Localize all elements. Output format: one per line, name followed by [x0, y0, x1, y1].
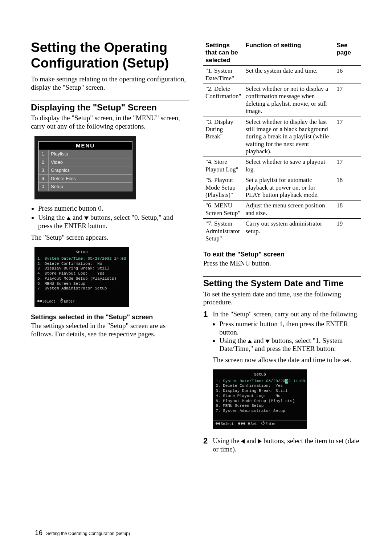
setup-screenshot: Setup 1. System Date/Time: 05/28/2002 14… — [34, 247, 129, 307]
setup-line: 2. Delete Confirmation: Yes — [216, 384, 304, 389]
page-intro: To make settings relating to the operati… — [31, 75, 189, 92]
setup-line: 6. MENU Screen Setup — [37, 281, 126, 287]
menu-item-label: Delete Files — [49, 175, 132, 183]
table-row: "3. Display During Break"Select whether … — [203, 117, 361, 157]
setup-line: 3. Display During Break: Still — [37, 266, 126, 271]
page-footer: 16 Setting the Operating Configuration (… — [31, 528, 130, 536]
settings-selected-heading: Settings selected in the "Setup" screen — [31, 313, 189, 321]
menu-item-num: 4. — [39, 175, 49, 183]
table-row: "2. Delete Confirmation"Select whether o… — [203, 84, 361, 117]
setup-line: 7. System Administrator Setup — [216, 409, 304, 414]
table-row: "7. System Administrator Setup"Carry out… — [203, 219, 361, 244]
setup-line: 4. Store Playout Log: No — [216, 394, 304, 399]
down-icon — [84, 216, 89, 220]
setup-line: 1. System Date/Time: 05/28/2002 14:03 — [37, 256, 126, 262]
display-setup-lead: To display the "Setup" screen, in the "M… — [31, 114, 189, 131]
step-number: 1 — [203, 310, 208, 434]
menu-item-label: Playlists — [49, 150, 132, 158]
setup-screen-appears: The "Setup" screen appears. — [31, 234, 189, 242]
table-header: Settings that can be selected — [203, 40, 244, 66]
step-1: 1 In the "Setup" screen, carry out any o… — [203, 310, 361, 434]
setup-screenshot-footer: Select -Set Enter — [213, 420, 307, 428]
left-icon — [241, 439, 245, 443]
setup-line: 3. Display During Break: Still — [216, 389, 304, 394]
menu-item-label: Video — [49, 158, 132, 166]
setup-line: 6. MENU Screen Setup — [216, 404, 304, 409]
table-row: "6. MENU Screen Setup"Adjust the menu sc… — [203, 200, 361, 219]
page-title: Setting the Operating Configuration (Set… — [31, 40, 189, 71]
setup-line: 5. Playout Mode Setup (Playlists) — [216, 399, 304, 404]
menu-screenshot-title: MENU — [39, 142, 132, 150]
exit-setup-body: Press the MENU button. — [203, 259, 361, 268]
footer-chapter: Setting the Operating Configuration (Set… — [46, 531, 130, 536]
table-row: "5. Playout Mode Setup (Playlists)"Set a… — [203, 175, 361, 200]
display-setup-operations: Press numeric button 0. Using the and bu… — [31, 204, 189, 230]
menu-item-label: Graphics — [49, 166, 132, 174]
setup-line: 2. Delete Confirmation: No — [37, 262, 126, 267]
section-system-date-time: Setting the System Date and Time — [203, 276, 361, 289]
right-icon — [258, 439, 262, 443]
settings-table: Settings that can be selected Function o… — [203, 40, 361, 244]
menu-item-num: 0. — [39, 183, 49, 191]
table-row: "4. Store Playout Log"Select whether to … — [203, 157, 361, 175]
setup-line: 4. Store Playout Log: Yes — [37, 271, 126, 276]
up-icon — [66, 216, 71, 220]
setup-line: 5. Playout Mode Setup (Playlists) — [37, 276, 126, 281]
step1-bullet: Press numeric button 1, then press the E… — [219, 320, 361, 337]
datetime-lead: To set the system date and time, use the… — [203, 290, 361, 307]
menu-screenshot: MENU 1.Playlists 2.Video 3.Graphics 4.De… — [34, 136, 136, 199]
step-2: 2 Using the and buttons, select the item… — [203, 437, 361, 454]
cursor: 0 — [285, 379, 289, 384]
step-number: 2 — [203, 437, 208, 454]
settings-selected-body: The settings selected in the "Setup" scr… — [31, 322, 189, 339]
table-header: See page — [334, 40, 361, 66]
exit-setup-heading: To exit the "Setup" screen — [203, 251, 361, 259]
setup-screenshot-title: Setup — [34, 250, 129, 255]
menu-item-num: 3. — [39, 166, 49, 174]
operation-item: Press numeric button 0. — [38, 204, 189, 213]
setup-screenshot-title: Setup — [213, 372, 307, 377]
step1-bullet: Using the and buttons, select "1. System… — [219, 337, 361, 353]
step1-after: The screen now allows the date and time … — [213, 356, 361, 364]
table-header: Function of setting — [244, 40, 335, 66]
page-number: 16 — [35, 529, 42, 536]
menu-item-num: 2. — [39, 158, 49, 166]
down-icon — [265, 340, 270, 343]
menu-item-label: Setup — [49, 183, 132, 191]
setup-line: 7. System Administrator Setup — [37, 286, 126, 291]
setup-line: 1. System Date/Time: 05/28/2002 14:09 — [216, 379, 304, 384]
setup-screenshot-edit: Setup 1. System Date/Time: 05/28/2002 14… — [213, 369, 307, 429]
setup-screenshot-footer: Select Enter — [34, 298, 129, 305]
operation-item: Using the and buttons, select "0. Setup,… — [38, 214, 189, 230]
table-row: "1. System Date/Time"Set the system date… — [203, 66, 361, 84]
up-icon — [248, 340, 252, 343]
section-displaying-setup: Displaying the "Setup" Screen — [31, 101, 189, 113]
menu-item-num: 1. — [39, 150, 49, 158]
